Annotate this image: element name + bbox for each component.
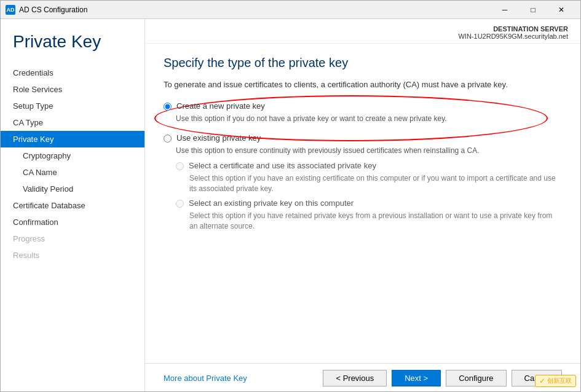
select-cert-desc: Select this option if you have an existi… [189, 173, 562, 194]
create-new-option-group: Create a new private key Use this option… [164, 101, 562, 124]
sidebar-item-credentials[interactable]: Credentials [1, 65, 144, 81]
content-heading: Specify the type of the private key [164, 56, 562, 70]
content-area: DESTINATION SERVER WIN-1U2RD95K9GM.secur… [145, 19, 580, 392]
use-existing-label[interactable]: Use existing private key [176, 133, 261, 143]
select-existing-key-desc: Select this option if you have retained … [189, 211, 562, 232]
create-new-radio-option[interactable]: Create a new private key [164, 101, 562, 111]
content-body: Specify the type of the private key To g… [145, 44, 580, 363]
use-existing-option-group: Use existing private key Use this option… [164, 133, 562, 232]
sidebar-title: Private Key [1, 31, 144, 65]
info-text: To generate and issue certificates to cl… [164, 79, 562, 90]
window-title: AD CS Configuration [19, 6, 87, 14]
radio-section: Create a new private key Use this option… [164, 101, 562, 232]
destination-label: DESTINATION SERVER [157, 25, 568, 33]
create-new-radio[interactable] [164, 103, 172, 111]
more-about-link[interactable]: More about Private Key [164, 374, 247, 383]
watermark: ✓ 创新互联 [535, 375, 576, 387]
app-icon: AD [6, 5, 15, 15]
create-new-desc: Use this option if you do not have a pri… [176, 114, 562, 124]
sidebar-item-private-key[interactable]: Private Key [1, 131, 144, 147]
sidebar-item-certificate-database[interactable]: Certificate Database [1, 197, 144, 214]
sidebar-nav: Credentials Role Services Setup Type CA … [1, 65, 144, 380]
close-button[interactable]: ✕ [547, 1, 575, 19]
content-header: DESTINATION SERVER WIN-1U2RD95K9GM.secur… [145, 19, 580, 44]
sidebar-item-role-services[interactable]: Role Services [1, 81, 144, 98]
create-new-label[interactable]: Create a new private key [176, 101, 265, 111]
sidebar-item-ca-name[interactable]: CA Name [1, 164, 144, 181]
select-existing-key-radio-option[interactable]: Select an existing private key on this c… [176, 198, 562, 208]
sidebar: Private Key Credentials Role Services Se… [1, 19, 145, 392]
sidebar-item-ca-type[interactable]: CA Type [1, 114, 144, 131]
title-bar-left: AD AD CS Configuration [6, 5, 87, 15]
title-bar: AD AD CS Configuration ─ □ ✕ [1, 1, 580, 19]
sidebar-item-confirmation[interactable]: Confirmation [1, 214, 144, 230]
use-existing-desc: Use this option to ensure continuity wit… [176, 146, 562, 156]
use-existing-radio-option[interactable]: Use existing private key [164, 133, 562, 143]
minimize-button[interactable]: ─ [491, 1, 519, 19]
configure-button[interactable]: Configure [446, 370, 506, 386]
main-container: Private Key Credentials Role Services Se… [1, 19, 580, 392]
sub-radio-group: Select a certificate and use its associa… [176, 161, 562, 232]
sidebar-item-validity-period[interactable]: Validity Period [1, 181, 144, 197]
select-existing-key-label[interactable]: Select an existing private key on this c… [189, 198, 354, 208]
next-button[interactable]: Next > [392, 370, 441, 386]
select-cert-label[interactable]: Select a certificate and use its associa… [189, 161, 376, 170]
content-footer: More about Private Key < Previous Next >… [145, 363, 580, 392]
sidebar-item-setup-type[interactable]: Setup Type [1, 98, 144, 114]
select-cert-radio[interactable] [176, 162, 184, 170]
sidebar-item-progress: Progress [1, 230, 144, 247]
previous-button[interactable]: < Previous [323, 370, 387, 386]
title-bar-controls: ─ □ ✕ [491, 1, 575, 19]
select-cert-radio-option[interactable]: Select a certificate and use its associa… [176, 161, 562, 170]
footer-buttons: < Previous Next > Configure Cancel [323, 370, 562, 386]
sidebar-item-cryptography[interactable]: Cryptography [1, 147, 144, 164]
maximize-button[interactable]: □ [519, 1, 547, 19]
destination-server: WIN-1U2RD95K9GM.securitylab.net [157, 33, 568, 40]
sidebar-item-results: Results [1, 247, 144, 264]
select-existing-key-radio[interactable] [176, 200, 184, 208]
watermark-icon: ✓ [539, 377, 545, 385]
watermark-text: 创新互联 [547, 377, 572, 385]
use-existing-radio[interactable] [164, 135, 172, 143]
